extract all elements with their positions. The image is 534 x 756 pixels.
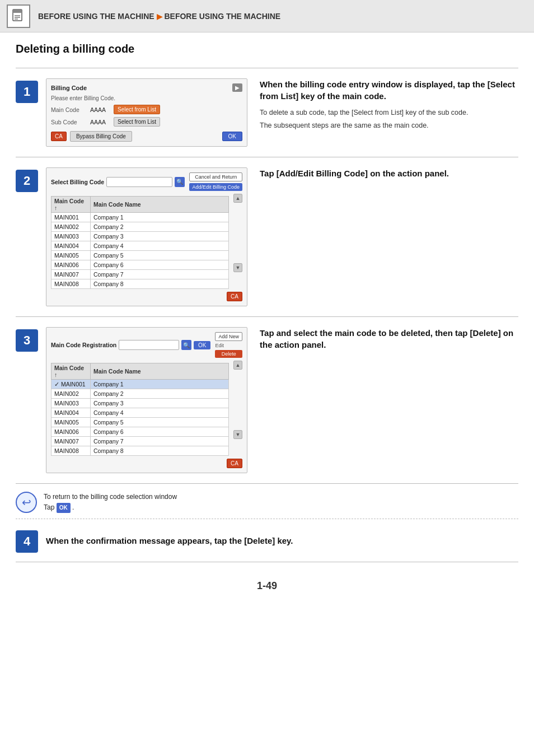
row-name: Company 1 [91,213,229,222]
step-2-image: Select Billing Code 🔍 Cancel and Return … [46,167,247,306]
step-3-panel-title: Main Code Registration [51,342,116,348]
table-row[interactable]: MAIN006Company 6 [51,260,229,270]
step-3-number: 3 [16,329,38,352]
row-name: Company 5 [91,251,229,260]
step-3-search-icon[interactable]: 🔍 [181,340,191,350]
step-2-scroll-col: ▲ ▼ [233,194,242,272]
row-code: MAIN005 [51,251,91,260]
step-2-col2-header: Main Code Name [91,197,229,213]
row-name: Company 6 [91,260,229,270]
table-row[interactable]: MAIN006Company 6 [51,427,229,437]
table-row[interactable]: MAIN008Company 8 [51,279,229,289]
table-row[interactable]: MAIN005Company 5 [51,418,229,427]
step-2-scroll-down[interactable]: ▼ [233,263,242,272]
step-3-scroll-up[interactable]: ▲ [233,361,242,370]
header-icon [7,4,30,28]
step-1-number: 1 [16,81,38,103]
step-4-text: When the confirmation message appears, t… [46,536,518,545]
row-code: MAIN005 [51,418,91,427]
step-2-description: Tap [Add/Edit Billing Code] on the actio… [260,167,518,185]
table-row[interactable]: MAIN003Company 3 [51,399,229,408]
row-code: MAIN004 [51,241,91,251]
table-row[interactable]: MAIN005Company 5 [51,251,229,260]
step-2-addedit-btn[interactable]: Add/Edit Billing Code [189,183,242,191]
step-3-desc-title: Tap and select the main code to be delet… [260,327,518,351]
row-code: MAIN003 [51,232,91,241]
row-code: MAIN008 [51,279,91,289]
step-3-description: Tap and select the main code to be delet… [260,327,518,356]
page-number: 1-49 [16,580,518,592]
step-1-desc-p1: To delete a sub code, tap the [Select fr… [260,108,518,118]
step-3-table-wrapper: Main Code ↑ Main Code Name ✓ MAIN001Comp… [51,361,242,456]
note-text1: To return to the billing code selection … [44,493,177,501]
note-text2: Tap [44,503,54,511]
header-title-before: BEFORE USING THE MACHINE [38,12,154,21]
step-3-delete-btn[interactable]: Delete [215,350,242,358]
step-1-ui-panel: Billing Code ▶ Please enter Billing Code… [46,78,247,147]
step-2-search-icon[interactable]: 🔍 [175,177,185,187]
step-2-table: Main Code ↑ Main Code Name MAIN001Compan… [51,196,229,289]
step-2-section: 2 Select Billing Code 🔍 Cancel and Retur… [16,157,518,317]
table-row[interactable]: ✓ MAIN001Company 1 [51,380,229,389]
document-icon [11,8,26,24]
step-2-scroll-up[interactable]: ▲ [233,194,242,203]
step-3-ca-row: CA [51,459,242,468]
step-3-scroll-down[interactable]: ▼ [233,430,242,439]
step-3-ca-btn[interactable]: CA [227,459,242,468]
table-row[interactable]: MAIN004Company 4 [51,241,229,251]
table-row[interactable]: MAIN002Company 2 [51,222,229,232]
table-row[interactable]: MAIN007Company 7 [51,437,229,446]
step-2-action-btns: Cancel and Return Add/Edit Billing Code [189,172,242,191]
row-code: MAIN007 [51,270,91,279]
step-1-sub-code-row: Sub Code AAAA Select from List [51,117,242,127]
step-2-search-bar: Select Billing Code 🔍 Cancel and Return … [51,172,242,191]
row-name: Company 5 [91,418,229,427]
table-row[interactable]: MAIN004Company 4 [51,408,229,418]
note-icon: ↩ [16,492,37,513]
row-name: Company 2 [91,389,229,399]
row-code: ✓ MAIN001 [51,380,91,389]
step-1-ok-btn[interactable]: OK [222,132,242,141]
step-2-ui-panel: Select Billing Code 🔍 Cancel and Return … [46,167,247,306]
step-1-panel-title: Billing Code ▶ [51,83,242,92]
step-3-table-container: Main Code ↑ Main Code Name ✓ MAIN001Comp… [51,361,229,456]
row-code: MAIN003 [51,399,91,408]
table-row[interactable]: MAIN003Company 3 [51,232,229,241]
step-3-add-new-btn[interactable]: Add New [215,332,242,341]
step-1-desc-title: When the billing code entry window is di… [260,78,518,102]
row-code: MAIN004 [51,408,91,418]
step-3-image: Main Code Registration 🔍 OK Add New Edit… [46,327,247,473]
table-row[interactable]: MAIN002Company 2 [51,389,229,399]
step-2-cancel-return-btn[interactable]: Cancel and Return [189,172,242,181]
row-name: Company 3 [91,399,229,408]
step-3-col2-header: Main Code Name [91,363,229,380]
row-name: Company 8 [91,279,229,289]
step-1-main-select-btn[interactable]: Select from List [114,105,160,114]
step-1-desc-p2: The subsequent steps are the same as the… [260,120,518,131]
row-name: Company 3 [91,232,229,241]
step-1-sub-select-btn[interactable]: Select from List [114,117,160,127]
row-name: Company 2 [91,222,229,232]
step-3-action-btns: Add New Edit Delete [215,332,242,358]
step-1-bypass-btn[interactable]: Bypass Billing Code [70,131,132,142]
step-1-main-code-row: Main Code AAAA Select from List [51,105,242,114]
step-1-ca-btn[interactable]: CA [51,132,67,141]
table-row[interactable]: MAIN001Company 1 [51,213,229,222]
step-2-search-box [106,177,172,187]
step-3-col1-header: Main Code ↑ [51,363,91,380]
note-ok-label: OK [57,503,71,513]
row-name: Company 1 [91,380,229,389]
step-2-panel-title: Select Billing Code [51,179,104,185]
step-1-description: When the billing code entry window is di… [260,78,518,133]
table-row[interactable]: MAIN008Company 8 [51,446,229,456]
step-2-ca-btn[interactable]: CA [227,292,242,301]
table-row[interactable]: MAIN007Company 7 [51,270,229,279]
step-3-ok-btn[interactable]: OK [194,341,210,349]
row-name: Company 7 [91,437,229,446]
step-1-arrow-btn[interactable]: ▶ [232,83,242,92]
note-section: ↩ To return to the billing code selectio… [16,484,518,519]
step-3-section: 3 Main Code Registration 🔍 OK Add New Ed… [16,317,518,484]
step-2-ca-row: CA [51,292,242,301]
step-1-sub-code-label: Sub Code [51,119,87,125]
header-title-after: BEFORE USING THE MACHINE [164,12,280,21]
